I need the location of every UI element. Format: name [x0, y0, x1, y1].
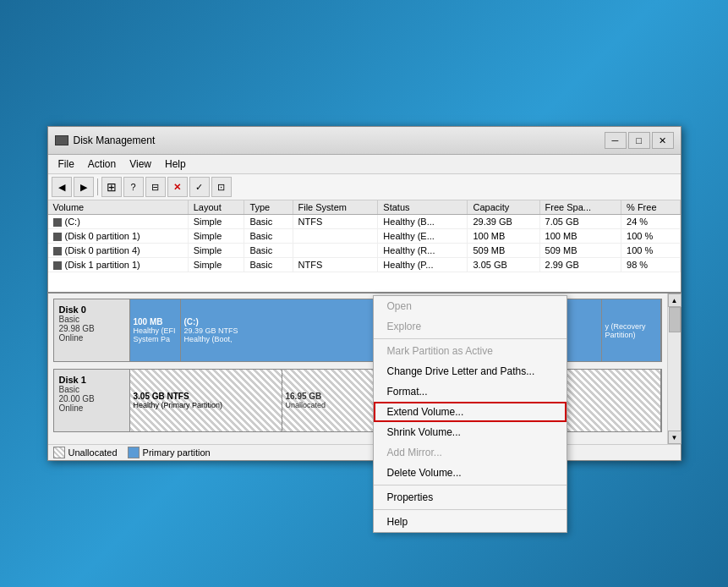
scroll-down-button[interactable]: ▼	[668, 431, 681, 444]
cell-pct: 98 %	[621, 258, 680, 272]
cell-fs: NTFS	[293, 258, 378, 272]
table-row[interactable]: (C:) Simple Basic NTFS Healthy (B... 29.…	[48, 215, 681, 229]
table-row[interactable]: (Disk 0 partition 4) Simple Basic Health…	[48, 244, 681, 258]
legend-unallocated-label: Unallocated	[68, 447, 118, 458]
cell-pct: 24 %	[621, 215, 680, 229]
ctx-format[interactable]: Format...	[374, 381, 567, 402]
ctx-delete-volume[interactable]: Delete Volume...	[374, 463, 567, 483]
cell-capacity: 3.05 GB	[468, 258, 539, 272]
cell-capacity: 29.39 GB	[468, 215, 539, 229]
check-button[interactable]: ✓	[189, 177, 210, 197]
disk-visual-container: Disk 0 Basic 29.98 GB Online 100 MB Heal…	[48, 294, 681, 444]
col-free: Free Spa...	[539, 200, 621, 215]
menu-bar: File Action View Help	[48, 155, 681, 174]
box-button[interactable]: ⊡	[211, 177, 232, 197]
disk0-size: 29.98 GB	[59, 324, 124, 333]
minimize-button[interactable]: ─	[605, 132, 627, 149]
col-volume: Volume	[48, 200, 189, 215]
table-row[interactable]: (Disk 1 partition 1) Simple Basic NTFS H…	[48, 258, 681, 272]
disk0-type: Basic	[59, 315, 124, 324]
maximize-button[interactable]: □	[628, 132, 650, 149]
menu-file[interactable]: File	[52, 156, 81, 172]
disk-table: Volume Layout Type File System Status Ca…	[48, 200, 681, 272]
col-layout: Layout	[188, 200, 244, 215]
cell-capacity: 509 MB	[468, 244, 539, 258]
toolbar: ◀ ▶ ⊞ ? ⊟ ✕ ✓ ⊡	[48, 174, 681, 200]
legend-primary-box	[128, 447, 140, 458]
cell-free: 509 MB	[539, 244, 621, 258]
disk0-part-recovery[interactable]: y (Recovery Partition)	[602, 299, 661, 361]
help-button[interactable]: ?	[123, 177, 144, 197]
delete-button[interactable]: ✕	[167, 177, 188, 197]
disk1-size: 20.00 GB	[59, 394, 124, 403]
disk1-status: Online	[59, 403, 124, 413]
minus-button[interactable]: ⊟	[145, 177, 166, 197]
cell-status: Healthy (E...	[378, 229, 468, 244]
cell-type: Basic	[244, 244, 293, 258]
ctx-open[interactable]: Open	[374, 296, 567, 316]
window-icon	[55, 135, 68, 145]
cell-free: 2.99 GB	[539, 258, 621, 272]
title-buttons: ─ □ ✕	[605, 132, 674, 149]
cell-fs	[293, 229, 378, 244]
cell-status: Healthy (B...	[378, 215, 468, 229]
grid-button[interactable]: ⊞	[101, 177, 122, 197]
context-menu: Open Explore Mark Partition as Active Ch…	[373, 295, 567, 533]
col-type: Type	[244, 200, 293, 215]
disk0-rec-sub: y (Recovery Partition)	[605, 322, 657, 339]
ctx-shrink-volume[interactable]: Shrink Volume...	[374, 422, 567, 442]
ctx-explore[interactable]: Explore	[374, 316, 567, 337]
legend-unallocated: Unallocated	[53, 447, 118, 458]
disk0-row: Disk 0 Basic 29.98 GB Online 100 MB Heal…	[53, 299, 662, 362]
ctx-help[interactable]: Help	[374, 512, 567, 532]
scroll-thumb[interactable]	[669, 307, 681, 332]
status-bar: Unallocated Primary partition	[48, 444, 681, 460]
disk0-efi-sub: Healthy (EFI System Pa	[134, 326, 177, 343]
legend-primary: Primary partition	[128, 447, 211, 458]
ctx-sep-3	[374, 509, 567, 510]
forward-button[interactable]: ▶	[74, 177, 94, 197]
cell-layout: Simple	[188, 229, 244, 244]
title-bar: Disk Management ─ □ ✕	[48, 127, 681, 155]
cell-free: 100 MB	[539, 229, 621, 244]
cell-status: Healthy (P...	[378, 258, 468, 272]
col-pct: % Free	[621, 200, 680, 215]
disk-table-area: Volume Layout Type File System Status Ca…	[48, 200, 681, 294]
cell-volume: (Disk 0 partition 4)	[48, 244, 189, 258]
cell-fs: NTFS	[293, 215, 378, 229]
close-button[interactable]: ✕	[652, 132, 674, 149]
disk1-row: Disk 1 Basic 20.00 GB Online 3.05 GB NTF…	[53, 369, 662, 432]
disk1-type: Basic	[59, 385, 124, 394]
disk0-name: Disk 0	[59, 304, 124, 315]
ctx-add-mirror[interactable]: Add Mirror...	[374, 442, 567, 463]
col-status: Status	[378, 200, 468, 215]
disk1-label: Disk 1 Basic 20.00 GB Online	[54, 370, 130, 431]
ctx-change-letter[interactable]: Change Drive Letter and Paths...	[374, 361, 567, 381]
menu-help[interactable]: Help	[158, 156, 193, 172]
ctx-properties[interactable]: Properties	[374, 487, 567, 507]
disk0-status: Online	[59, 333, 124, 343]
table-row[interactable]: (Disk 0 partition 1) Simple Basic Health…	[48, 229, 681, 244]
scroll-up-button[interactable]: ▲	[668, 294, 681, 307]
disk1-part-primary[interactable]: 3.05 GB NTFS Healthy (Primary Partition)	[130, 370, 282, 431]
menu-view[interactable]: View	[123, 156, 158, 172]
disk0-part-efi[interactable]: 100 MB Healthy (EFI System Pa	[130, 299, 181, 361]
disk-visual-area: Disk 0 Basic 29.98 GB Online 100 MB Heal…	[48, 294, 667, 444]
main-window: Disk Management ─ □ ✕ File Action View H…	[47, 126, 681, 461]
disk-scrollbar[interactable]: ▲ ▼	[667, 294, 681, 444]
cell-free: 7.05 GB	[539, 215, 621, 229]
cell-type: Basic	[244, 258, 293, 272]
menu-action[interactable]: Action	[81, 156, 123, 172]
back-button[interactable]: ◀	[52, 177, 72, 197]
disk1-primary-sub: Healthy (Primary Partition)	[134, 401, 278, 409]
legend-primary-label: Primary partition	[143, 447, 211, 458]
scroll-track	[668, 307, 681, 431]
ctx-sep-1	[374, 338, 567, 339]
cell-type: Basic	[244, 229, 293, 244]
cell-layout: Simple	[188, 258, 244, 272]
ctx-mark-active[interactable]: Mark Partition as Active	[374, 341, 567, 361]
main-area: Volume Layout Type File System Status Ca…	[48, 200, 681, 460]
disk0-efi-label: 100 MB	[134, 317, 177, 326]
ctx-extend-volume[interactable]: Extend Volume...	[374, 402, 567, 422]
legend-unallocated-box	[53, 447, 65, 458]
